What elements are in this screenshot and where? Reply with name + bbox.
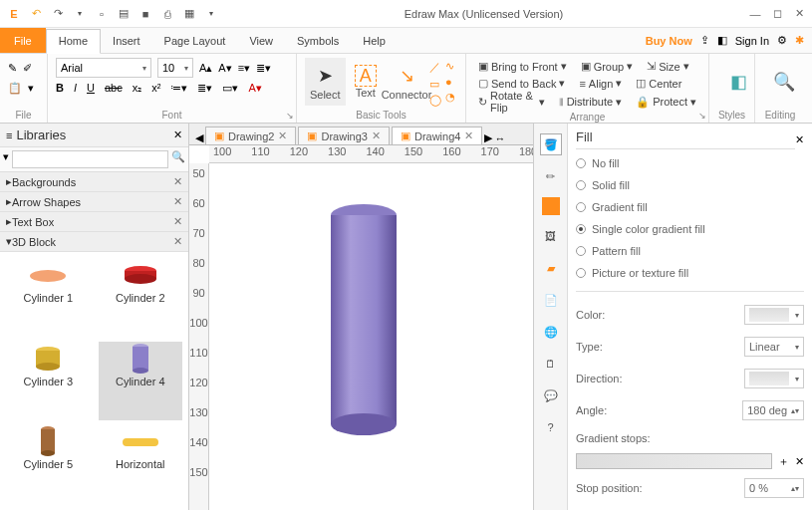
font-size-select[interactable]: 10▾ <box>157 58 193 78</box>
subscript-button[interactable]: x₂ <box>133 82 142 95</box>
buy-now-link[interactable]: Buy Now <box>646 35 692 47</box>
alignment-icon[interactable]: ≣▾ <box>256 62 271 75</box>
fill-opt-solid[interactable]: Solid fill <box>576 177 804 193</box>
tab-help[interactable]: Help <box>351 28 398 53</box>
lib-cat-text-box[interactable]: ▸ Text Box✕ <box>0 212 188 232</box>
remove-stop-icon[interactable]: ✕ <box>795 455 804 468</box>
tab-view[interactable]: View <box>237 28 285 53</box>
print-icon[interactable]: ⎙ <box>159 6 175 22</box>
tab-home[interactable]: Home <box>46 29 101 54</box>
broom-icon[interactable]: ✐ <box>23 62 32 75</box>
tab-drawing2[interactable]: ▣Drawing2✕ <box>205 127 296 144</box>
share-icon[interactable]: ⇪ <box>700 34 709 47</box>
brush-icon[interactable]: ✎ <box>8 62 17 75</box>
align-button[interactable]: ≡ Align ▾ <box>575 75 626 92</box>
styles-button[interactable]: ◧ <box>717 58 759 106</box>
underline-button[interactable]: U <box>87 82 95 94</box>
tab-symbols[interactable]: Symbols <box>285 28 351 53</box>
connector-tool[interactable]: ↘Connector <box>386 58 427 106</box>
qat-dropdown-icon[interactable]: ▾ <box>72 6 88 22</box>
ellipse-tool-icon[interactable]: ◯ <box>429 94 441 107</box>
undo-icon[interactable]: ↶ <box>28 6 44 22</box>
fill-opt-single-gradient[interactable]: Single color gradient fill <box>576 221 804 237</box>
fill-opt-gradient[interactable]: Gradient fill <box>576 199 804 215</box>
grow-font-icon[interactable]: A▴ <box>199 62 212 75</box>
file-menu[interactable]: File <box>0 28 46 53</box>
new-tab-icon[interactable]: ↔ <box>494 132 505 144</box>
lib-cat-backgrounds[interactable]: ▸ Backgrounds✕ <box>0 172 188 192</box>
lib-cat-arrow-shapes[interactable]: ▸ Arrow Shapes✕ <box>0 192 188 212</box>
tab-drawing4[interactable]: ▣Drawing4✕ <box>392 127 482 144</box>
group-button[interactable]: ▣ Group ▾ <box>577 58 638 75</box>
highlight-icon[interactable]: ▭▾ <box>222 82 238 95</box>
paste-icon[interactable]: 📋 <box>8 82 22 95</box>
options-icon[interactable]: ◧ <box>717 34 727 47</box>
tab-insert[interactable]: Insert <box>101 28 152 53</box>
open-icon[interactable]: ▤ <box>116 6 132 22</box>
strike-button[interactable]: abc <box>105 82 123 94</box>
clipboard-icon[interactable]: ▾ <box>28 82 34 95</box>
tab-page-layout[interactable]: Page Layout <box>152 28 238 53</box>
font-name-select[interactable]: Arial▾ <box>56 58 151 78</box>
line-tool-icon[interactable]: ／ <box>429 60 441 75</box>
maximize-button[interactable]: ◻ <box>770 7 784 20</box>
protect-button[interactable]: 🔒 Protect ▾ <box>632 94 700 111</box>
fill-opt-picture[interactable]: Picture or texture fill <box>576 265 804 281</box>
gear-icon[interactable]: ⚙ <box>777 34 787 47</box>
italic-button[interactable]: I <box>74 82 77 94</box>
font-dialog-launcher[interactable]: ↘ <box>286 111 294 121</box>
lib-search-input[interactable] <box>12 150 168 168</box>
arrange-dialog-launcher[interactable]: ↘ <box>698 111 706 121</box>
fill-close-icon[interactable]: ✕ <box>795 133 804 146</box>
tab-drawing3[interactable]: ▣Drawing3✕ <box>298 127 389 144</box>
select-tool[interactable]: ➤Select <box>305 58 346 106</box>
bullets-icon[interactable]: ≔▾ <box>170 82 187 95</box>
redo-icon[interactable]: ↷ <box>50 6 66 22</box>
qat-more-icon[interactable]: ▾ <box>203 6 219 22</box>
note-icon[interactable]: 🗒 <box>540 353 562 375</box>
minimize-button[interactable]: — <box>748 8 762 20</box>
chat-icon[interactable]: 💬 <box>540 384 562 406</box>
export-icon[interactable]: ▦ <box>181 6 197 22</box>
type-select[interactable]: Linear▾ <box>744 337 804 357</box>
fill-bucket-icon[interactable]: 🪣 <box>540 133 562 155</box>
more-shapes-icon[interactable]: ◔ <box>445 91 455 104</box>
sign-in-link[interactable]: Sign In <box>735 35 769 47</box>
direction-picker[interactable]: ▾ <box>744 369 804 388</box>
stop-position-input[interactable]: 0 %▴▾ <box>744 478 804 498</box>
center-button[interactable]: ◫ Center <box>632 75 685 92</box>
bring-to-front-button[interactable]: ▣ Bring to Front ▾ <box>474 58 571 75</box>
fill-swatch-icon[interactable] <box>542 197 560 215</box>
shape-horizontal[interactable]: Horizontal <box>99 424 183 504</box>
add-stop-icon[interactable]: ＋ <box>778 454 789 469</box>
find-button[interactable]: 🔍 <box>763 58 805 106</box>
nav-next-icon[interactable]: ▶ <box>484 131 492 144</box>
line-spacing-icon[interactable]: ≡▾ <box>238 62 250 75</box>
numbering-icon[interactable]: ≣▾ <box>197 82 212 95</box>
color-picker[interactable]: ▾ <box>744 305 804 325</box>
lib-menu-icon[interactable]: ≡ <box>6 129 12 141</box>
shape-cylinder-2[interactable]: Cylinder 2 <box>99 258 183 338</box>
size-button[interactable]: ⇲ Size ▾ <box>643 58 692 75</box>
gradient-stops-bar[interactable] <box>576 453 772 469</box>
lib-close-icon[interactable]: ✕ <box>173 128 182 141</box>
canvas-cylinder-shape[interactable] <box>329 203 399 442</box>
image-icon[interactable]: 🖼 <box>540 225 562 247</box>
bold-button[interactable]: B <box>56 82 64 94</box>
shape-cylinder-4[interactable]: Cylinder 4 <box>99 342 183 421</box>
page-icon[interactable]: 📄 <box>540 289 562 311</box>
globe-icon[interactable]: 🌐 <box>540 321 562 343</box>
multicolor-icon[interactable]: ✱ <box>795 34 804 47</box>
save-icon[interactable]: ■ <box>137 6 153 22</box>
shape-cylinder-3[interactable]: Cylinder 3 <box>6 342 91 421</box>
shape-cylinder-5[interactable]: Cylinder 5 <box>6 424 91 504</box>
font-color-icon[interactable]: A▾ <box>248 82 261 95</box>
search-icon[interactable]: 🔍 <box>171 150 185 168</box>
drawing-canvas[interactable] <box>209 163 533 510</box>
rect-tool-icon[interactable]: ▭ <box>429 78 441 91</box>
shape-cylinder-1[interactable]: Cylinder 1 <box>6 258 91 338</box>
shrink-font-icon[interactable]: A▾ <box>218 62 231 75</box>
new-icon[interactable]: ▫ <box>94 6 110 22</box>
fill-opt-pattern[interactable]: Pattern fill <box>576 243 804 259</box>
layers-icon[interactable]: ▰ <box>540 257 562 279</box>
